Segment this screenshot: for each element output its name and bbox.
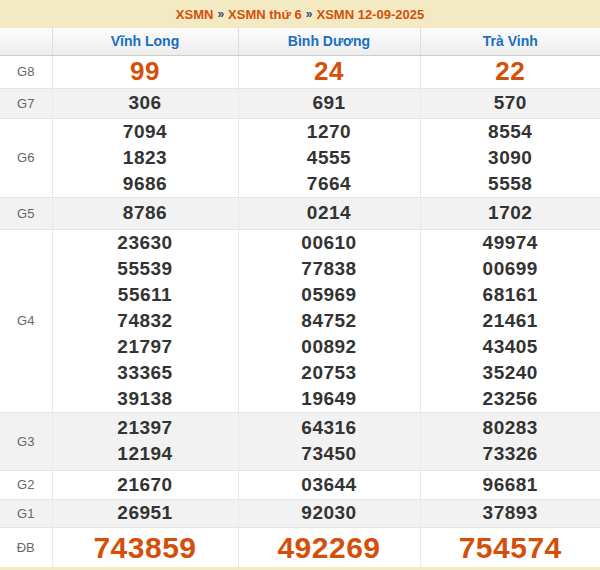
- result-number: 23630: [53, 230, 238, 256]
- table-row-G6: G6709418239686127045557664855430905558: [0, 118, 600, 197]
- breadcrumb: XSMN»XSMN thứ 6»XSMN 12-09-2025: [0, 0, 600, 28]
- result-cell: 709418239686: [52, 118, 238, 197]
- result-cell: 492269: [238, 527, 420, 567]
- table-row-ĐB: ĐB743859492269754574: [0, 527, 600, 567]
- prize-label: G4: [0, 229, 52, 412]
- table-row-G2: G2216700364496681: [0, 470, 600, 499]
- result-number: 73450: [239, 441, 420, 467]
- result-number: 26951: [53, 500, 238, 526]
- table-row-G3: G3213971219464316734508028373326: [0, 412, 600, 470]
- result-number: 21670: [53, 472, 238, 498]
- prize-label: G5: [0, 197, 52, 229]
- result-number: 743859: [53, 531, 238, 564]
- result-number: 7664: [239, 171, 420, 197]
- result-cell: 743859: [52, 527, 238, 567]
- prize-label: G8: [0, 55, 52, 88]
- result-number: 99: [53, 57, 238, 86]
- result-cell: 92030: [238, 499, 420, 527]
- result-number: 39138: [53, 386, 238, 412]
- result-cell: 570: [420, 88, 600, 118]
- result-number: 92030: [239, 500, 420, 526]
- result-cell: 754574: [420, 527, 600, 567]
- result-number: 74832: [53, 308, 238, 334]
- result-cell: 0214: [238, 197, 420, 229]
- result-number: 00699: [421, 256, 600, 282]
- result-number: 24: [239, 57, 420, 86]
- result-cell: 03644: [238, 470, 420, 499]
- breadcrumb-separator: »: [217, 7, 224, 21]
- result-number: 35240: [421, 360, 600, 386]
- result-number: 33365: [53, 360, 238, 386]
- result-cell: 49974006996816121461434053524023256: [420, 229, 600, 412]
- result-number: 9686: [53, 171, 238, 197]
- result-cell: 691: [238, 88, 420, 118]
- breadcrumb-link[interactable]: XSMN thứ 6: [228, 7, 302, 22]
- result-number: 00892: [239, 334, 420, 360]
- result-number: 84752: [239, 308, 420, 334]
- table-row-G7: G7306691570: [0, 88, 600, 118]
- result-number: 96681: [421, 472, 600, 498]
- result-number: 49974: [421, 230, 600, 256]
- result-number: 0214: [239, 200, 420, 226]
- prize-label: ĐB: [0, 527, 52, 567]
- province-column-header: Trà Vinh: [420, 28, 600, 55]
- table-row-G1: G1269519203037893: [0, 499, 600, 527]
- result-number: 1823: [53, 145, 238, 171]
- result-number: 691: [239, 90, 420, 116]
- result-cell: 1702: [420, 197, 600, 229]
- result-number: 55539: [53, 256, 238, 282]
- prize-label: G3: [0, 412, 52, 470]
- result-number: 68161: [421, 282, 600, 308]
- result-number: 55611: [53, 282, 238, 308]
- result-number: 64316: [239, 415, 420, 441]
- result-number: 21797: [53, 334, 238, 360]
- province-column-header: Bình Dương: [238, 28, 420, 55]
- result-cell: 00610778380596984752008922075319649: [238, 229, 420, 412]
- province-column-header: Vĩnh Long: [52, 28, 238, 55]
- result-number: 80283: [421, 415, 600, 441]
- result-number: 77838: [239, 256, 420, 282]
- breadcrumb-link[interactable]: XSMN 12-09-2025: [316, 7, 424, 22]
- result-number: 5558: [421, 171, 600, 197]
- result-number: 1270: [239, 119, 420, 145]
- result-number: 754574: [421, 531, 600, 564]
- result-number: 4555: [239, 145, 420, 171]
- prize-column-header: [0, 28, 52, 55]
- breadcrumb-link[interactable]: XSMN: [176, 7, 214, 22]
- table-row-G8: G8992422: [0, 55, 600, 88]
- result-cell: 23630555395561174832217973336539138: [52, 229, 238, 412]
- result-number: 05969: [239, 282, 420, 308]
- result-number: 7094: [53, 119, 238, 145]
- result-number: 8554: [421, 119, 600, 145]
- result-number: 03644: [239, 472, 420, 498]
- result-cell: 8028373326: [420, 412, 600, 470]
- result-number: 23256: [421, 386, 600, 412]
- result-number: 20753: [239, 360, 420, 386]
- result-number: 73326: [421, 441, 600, 467]
- result-number: 21397: [53, 415, 238, 441]
- table-row-G5: G5878602141702: [0, 197, 600, 229]
- result-number: 00610: [239, 230, 420, 256]
- result-number: 492269: [239, 531, 420, 564]
- result-cell: 26951: [52, 499, 238, 527]
- result-number: 12194: [53, 441, 238, 467]
- prize-label: G1: [0, 499, 52, 527]
- result-cell: 22: [420, 55, 600, 88]
- result-number: 1702: [421, 200, 600, 226]
- prize-label: G7: [0, 88, 52, 118]
- result-number: 21461: [421, 308, 600, 334]
- table-row-G4: G423630555395561174832217973336539138006…: [0, 229, 600, 412]
- result-cell: 21670: [52, 470, 238, 499]
- result-cell: 8786: [52, 197, 238, 229]
- result-number: 19649: [239, 386, 420, 412]
- result-number: 3090: [421, 145, 600, 171]
- result-number: 43405: [421, 334, 600, 360]
- result-cell: 6431673450: [238, 412, 420, 470]
- result-cell: 306: [52, 88, 238, 118]
- result-number: 22: [421, 57, 600, 86]
- result-cell: 37893: [420, 499, 600, 527]
- result-cell: 24: [238, 55, 420, 88]
- result-cell: 96681: [420, 470, 600, 499]
- result-cell: 99: [52, 55, 238, 88]
- column-header-row: Vĩnh LongBình DươngTrà Vinh: [0, 28, 600, 55]
